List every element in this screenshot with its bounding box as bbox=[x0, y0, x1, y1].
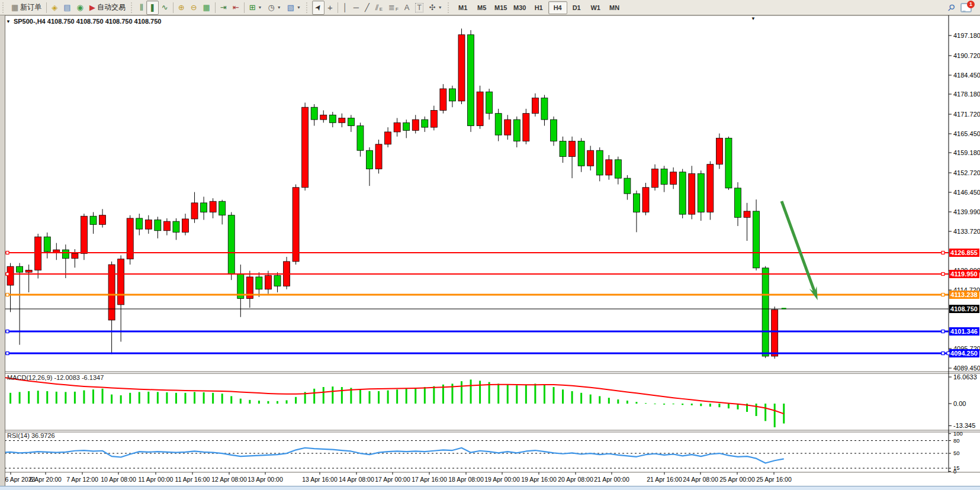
candle bbox=[762, 268, 769, 356]
macd-histogram-bar bbox=[424, 387, 426, 404]
macd-histogram-bar bbox=[507, 385, 509, 404]
timeframe-button-h1[interactable]: H1 bbox=[529, 1, 548, 14]
auto-scroll-icon: ⇥ bbox=[220, 4, 227, 11]
main-toolbar: ▦ 新订单 ◈ ▤ ◉ ▶ 自动交易 ⫼ ❚ ∿ ⊕ ⊖ ▦ ⇥ bbox=[0, 0, 980, 15]
candle bbox=[523, 114, 529, 141]
macd-histogram-bar bbox=[635, 402, 637, 404]
timeframe-button-w1[interactable]: W1 bbox=[586, 1, 605, 14]
line-anchor-handle[interactable] bbox=[942, 273, 944, 276]
auto-trading-button[interactable]: ▶ 自动交易 bbox=[86, 1, 128, 15]
candle bbox=[633, 194, 640, 212]
text-tool-button[interactable]: A bbox=[401, 1, 413, 15]
candle bbox=[210, 201, 216, 212]
toolbar-drag-handle[interactable] bbox=[448, 2, 452, 13]
crosshair-tool-button[interactable]: + bbox=[324, 1, 336, 15]
new-chart-button[interactable]: ⊞ ▼ bbox=[246, 1, 265, 15]
chart-canvas[interactable]: 4197.1804190.7204184.4504178.1804171.720… bbox=[0, 15, 980, 490]
candle bbox=[458, 35, 465, 101]
new-order-icon: ▦ bbox=[11, 4, 18, 11]
navigator-button[interactable]: ◉ bbox=[74, 1, 86, 15]
channel-icon: ⫽ bbox=[375, 4, 379, 11]
fibonacci-tool-button[interactable]: ≣ F bbox=[385, 1, 401, 15]
periods-button[interactable]: ◷ ▼ bbox=[265, 1, 284, 15]
cursor-tool-button[interactable]: ➤ bbox=[312, 1, 324, 15]
line-anchor-handle[interactable] bbox=[942, 352, 944, 355]
toolbar-drag-handle[interactable] bbox=[306, 2, 310, 13]
macd-histogram-bar bbox=[682, 404, 683, 405]
line-anchor-handle[interactable] bbox=[942, 252, 944, 254]
search-icon[interactable]: ⚲ bbox=[945, 1, 957, 14]
time-axis-label: 25 Apr 00:00 bbox=[719, 476, 755, 483]
tile-windows-button[interactable]: ▦ bbox=[200, 1, 213, 15]
badge-anchor-handle[interactable] bbox=[947, 352, 950, 355]
vertical-line-tool-button[interactable]: │ bbox=[340, 1, 351, 15]
new-order-button[interactable]: ▦ 新订单 bbox=[8, 1, 44, 15]
rsi-axis-label: 0 bbox=[953, 468, 956, 475]
time-axis-label: 24 Apr 08:00 bbox=[683, 476, 718, 483]
timeframe-button-m30[interactable]: M30 bbox=[510, 1, 529, 14]
line-anchor-handle[interactable] bbox=[942, 330, 944, 333]
price-axis-label: 4089.450 bbox=[953, 365, 980, 372]
templates-button[interactable]: ▧ ▼ bbox=[284, 1, 304, 15]
timeframe-button-m15[interactable]: M15 bbox=[491, 1, 510, 14]
status-bar bbox=[0, 486, 980, 490]
macd-histogram-bar bbox=[663, 404, 665, 405]
macd-histogram-bar bbox=[83, 391, 85, 404]
horizontal-line-tool-button[interactable]: ─ bbox=[351, 1, 362, 15]
trendline-tool-button[interactable]: ╱ bbox=[362, 1, 372, 15]
channel-tool-button[interactable]: ⫽ E bbox=[372, 1, 385, 15]
price-axis-label: 4190.720 bbox=[953, 52, 980, 59]
line-chart-button[interactable]: ∿ bbox=[159, 1, 171, 15]
auto-scroll-button[interactable]: ⇥ bbox=[217, 1, 230, 15]
data-window-button[interactable]: ▤ bbox=[60, 1, 73, 15]
candle bbox=[7, 266, 14, 285]
candle bbox=[17, 266, 23, 272]
candle bbox=[735, 188, 741, 218]
zoom-in-button[interactable]: ⊕ bbox=[175, 1, 188, 15]
line-anchor-handle[interactable] bbox=[6, 252, 9, 254]
macd-histogram-bar bbox=[175, 393, 177, 404]
candle bbox=[495, 114, 502, 135]
line-anchor-handle[interactable] bbox=[6, 330, 9, 333]
timeframe-button-mn[interactable]: MN bbox=[605, 1, 624, 14]
timeframe-button-h4[interactable]: H4 bbox=[548, 1, 567, 14]
time-axis-label: 21 Apr 00:00 bbox=[594, 476, 629, 483]
timeframe-button-m1[interactable]: M1 bbox=[454, 1, 473, 14]
bar-chart-button[interactable]: ⫼ bbox=[137, 1, 146, 15]
candle bbox=[62, 250, 69, 259]
timeframe-button-d1[interactable]: D1 bbox=[567, 1, 586, 14]
line-anchor-handle[interactable] bbox=[6, 352, 9, 355]
line-anchor-handle[interactable] bbox=[6, 273, 9, 276]
chart-shift-marker-icon[interactable]: ▼ bbox=[751, 16, 756, 21]
chart-title-dropdown-icon[interactable]: ▼ bbox=[6, 19, 11, 24]
toolbar-drag-handle[interactable] bbox=[131, 2, 135, 13]
chart-area[interactable]: 4197.1804190.7204184.4504178.1804171.720… bbox=[0, 15, 980, 490]
macd-histogram-bar bbox=[139, 392, 140, 404]
price-line-badge-label: 4119.950 bbox=[950, 270, 977, 278]
fibonacci-icon: ≣ bbox=[388, 4, 395, 11]
macd-histogram-bar bbox=[332, 386, 333, 404]
macd-histogram-bar bbox=[774, 404, 776, 427]
market-watch-button[interactable]: ◈ bbox=[49, 1, 60, 15]
line-anchor-handle[interactable] bbox=[942, 294, 944, 296]
macd-histogram-bar bbox=[120, 395, 122, 404]
price-line-badge-label: 4126.855 bbox=[950, 249, 978, 256]
rsi-axis-label: 100 bbox=[953, 430, 963, 437]
line-anchor-handle[interactable] bbox=[6, 294, 9, 296]
macd-histogram-bar bbox=[230, 396, 232, 404]
text-label-tool-button[interactable]: T bbox=[412, 1, 426, 15]
toolbar-drag-handle[interactable] bbox=[2, 2, 7, 13]
candle bbox=[311, 107, 317, 120]
arrows-tool-button[interactable]: ✣ ▼ bbox=[426, 1, 445, 15]
zoom-out-button[interactable]: ⊖ bbox=[188, 1, 200, 15]
candle bbox=[219, 201, 226, 215]
candle bbox=[578, 141, 584, 166]
dropdown-arrow-icon: ▼ bbox=[297, 5, 301, 9]
timeframe-button-m5[interactable]: M5 bbox=[473, 1, 491, 14]
candlestick-chart-button[interactable]: ❚ bbox=[146, 1, 159, 15]
chart-shift-button[interactable]: ⇤ bbox=[230, 1, 242, 15]
macd-histogram-bar bbox=[157, 392, 159, 404]
candle bbox=[99, 215, 106, 225]
time-axis-label: 20 Apr 08:00 bbox=[558, 476, 593, 483]
notifications-icon[interactable]: 1 bbox=[960, 3, 972, 12]
